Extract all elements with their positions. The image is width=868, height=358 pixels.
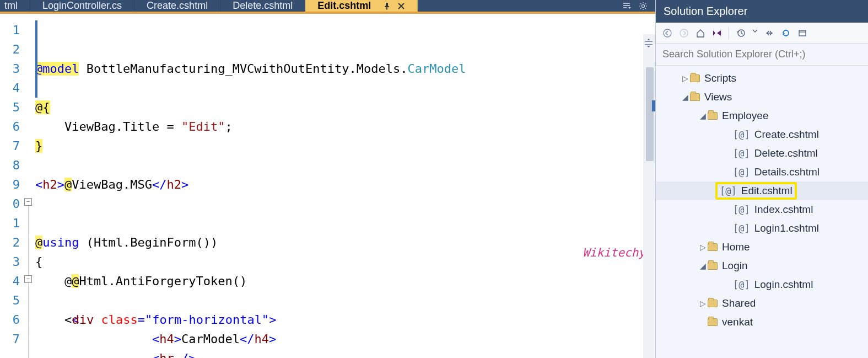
tree-folder-shared[interactable]: ▷Shared [656,294,868,313]
folder-icon [708,112,718,120]
caret-right-icon: ▷ [698,243,708,252]
folder-icon [690,93,700,101]
vertical-scrollbar[interactable] [643,34,655,358]
change-marker [35,20,37,98]
code-editor[interactable]: 1 2 3 4 5 6 7 8 9 0 1 2 3 4 5 6 7 − [0,12,655,358]
solution-tree: ▷Scripts ◢Views ◢Employee [@]Create.csht… [656,66,868,358]
tree-file-edit[interactable]: [@]Edit.cshtml [656,181,868,200]
scroll-marker [652,100,655,111]
svg-rect-4 [799,30,806,36]
tab-create[interactable]: Create.cshtml [134,0,220,12]
pin-icon[interactable] [383,2,391,10]
fold-toggle[interactable]: − [24,275,32,283]
tree-folder-login[interactable]: ◢Login [656,257,868,275]
sync-icon[interactable] [764,28,774,38]
folder-icon [708,318,718,326]
dropdown-files-icon[interactable] [622,2,631,10]
gear-icon[interactable] [639,2,648,10]
solution-explorer-title: Solution Explorer [656,0,868,23]
svg-point-0 [642,4,645,7]
tab-bar-tools [614,0,655,12]
svg-point-2 [680,29,688,37]
svg-point-1 [664,29,671,37]
home-icon[interactable] [696,28,705,38]
caret-right-icon: ▷ [680,74,690,83]
split-handle-icon[interactable] [644,39,654,47]
solution-explorer-toolbar [656,23,868,44]
tree-file-login1[interactable]: [@]Login1.cshtml [656,219,868,238]
highlight-box: [@]Edit.cshtml [715,182,797,200]
vs-icon[interactable] [712,28,722,38]
tree-folder-scripts[interactable]: ▷Scripts [656,69,868,88]
caret-down-icon: ◢ [698,261,708,270]
line-gutter: 1 2 3 4 5 6 7 8 9 0 1 2 3 4 5 6 7 [0,12,22,358]
tab-partial[interactable]: tml [0,0,30,12]
tree-folder-views[interactable]: ◢Views [656,88,868,106]
razor-file-icon: [@] [733,204,750,215]
tab-bar: tml LoginController.cs Create.cshtml Del… [0,0,655,12]
chevron-down-icon[interactable] [752,28,758,38]
folder-icon [708,262,718,270]
folder-icon [690,74,700,82]
tab-logincontroller[interactable]: LoginController.cs [30,0,134,12]
close-icon[interactable] [397,2,405,10]
folder-icon [708,243,718,251]
forward-icon[interactable] [679,28,689,38]
back-icon[interactable] [662,28,672,38]
tree-folder-venkat[interactable]: venkat [656,313,868,332]
razor-file-icon: [@] [733,148,750,159]
editor-area: tml LoginController.cs Create.cshtml Del… [0,0,655,358]
razor-file-icon: [@] [720,185,737,196]
collapse-icon[interactable] [797,28,807,38]
caret-down-icon: ◢ [698,111,708,120]
razor-file-icon: [@] [733,129,750,140]
fold-toggle[interactable]: − [24,198,32,206]
tree-file-delete[interactable]: [@]Delete.cshtml [656,144,868,163]
tab-delete[interactable]: Delete.cshtml [220,0,305,12]
tree-file-login-cshtml[interactable]: [@]Login.cshtml [656,275,868,294]
tree-folder-home[interactable]: ▷Home [656,238,868,257]
solution-search[interactable] [656,44,868,66]
razor-file-icon: [@] [733,223,750,234]
tree-file-create[interactable]: [@]Create.cshtml [656,125,868,144]
solution-search-input[interactable] [662,49,861,60]
fold-column: − − [22,12,35,358]
caret-down-icon: ◢ [680,93,690,101]
tree-folder-employee[interactable]: ◢Employee [656,106,868,125]
tree-file-details[interactable]: [@]Details.cshtml [656,163,868,181]
caret-right-icon: ▷ [698,299,708,308]
history-icon[interactable] [736,28,746,38]
folder-icon [708,300,718,307]
refresh-icon[interactable] [781,28,791,38]
scroll-thumb[interactable] [646,67,654,161]
razor-file-icon: [@] [733,279,750,290]
razor-file-icon: [@] [733,167,750,178]
code-content[interactable]: @model BottleManufacturing_MVCwithOutEnt… [35,12,655,358]
tab-edit-active[interactable]: Edit.cshtml [305,0,418,12]
watermark-text: Wikitechy [583,243,645,263]
tree-file-index[interactable]: [@]Index.cshtml [656,200,868,219]
solution-explorer: Solution Explorer ▷Scripts ◢Views ◢Emplo… [655,0,868,358]
